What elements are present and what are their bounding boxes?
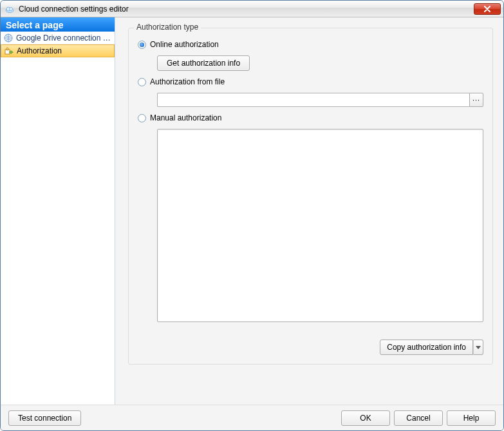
sidebar-list: Google Drive connection s… Authorization [1, 32, 115, 405]
test-connection-button[interactable]: Test connection [8, 410, 81, 426]
footer: Test connection OK Cancel Help [1, 405, 503, 430]
svg-point-6 [10, 51, 12, 53]
chevron-down-icon [476, 346, 481, 349]
radio-authorization-from-file[interactable] [138, 78, 146, 86]
cancel-button[interactable]: Cancel [394, 410, 443, 426]
sidebar-header: Select a page [1, 17, 115, 32]
radio-online-authorization[interactable] [138, 41, 146, 49]
radio-label-manual[interactable]: Manual authorization [150, 113, 221, 122]
radio-label-online[interactable]: Online authorization [150, 40, 219, 49]
main-panel: Authorization type Online authorization … [115, 17, 503, 405]
key-lock-icon [4, 46, 14, 56]
svg-point-2 [10, 7, 13, 10]
titlebar: Cloud connection settings editor [1, 1, 503, 17]
authorization-type-group: Authorization type Online authorization … [128, 28, 493, 365]
radio-label-from-file[interactable]: Authorization from file [150, 77, 225, 86]
copy-authorization-dropdown[interactable] [473, 340, 483, 355]
help-button[interactable]: Help [447, 410, 496, 426]
radio-manual-authorization[interactable] [138, 114, 146, 122]
sidebar-item-label: Authorization [17, 46, 62, 55]
manual-authorization-textarea[interactable] [157, 129, 483, 322]
close-icon [483, 6, 491, 12]
ok-button[interactable]: OK [341, 410, 390, 426]
cloud-icon [5, 4, 15, 14]
group-title: Authorization type [134, 23, 201, 32]
get-authorization-info-button[interactable]: Get authorization info [157, 55, 250, 71]
sidebar: Select a page Google Drive connection s… [1, 17, 115, 405]
close-button[interactable] [474, 3, 501, 15]
copy-authorization-info-button[interactable]: Copy authorization info [380, 340, 473, 355]
globe-icon [3, 33, 14, 43]
window-title: Cloud connection settings editor [19, 5, 474, 14]
sidebar-item-authorization[interactable]: Authorization [1, 44, 115, 57]
browse-file-button[interactable]: ··· [469, 93, 483, 107]
sidebar-item-google-drive[interactable]: Google Drive connection s… [1, 32, 115, 44]
authorization-file-path-input[interactable] [157, 93, 469, 107]
sidebar-item-label: Google Drive connection s… [16, 34, 112, 43]
